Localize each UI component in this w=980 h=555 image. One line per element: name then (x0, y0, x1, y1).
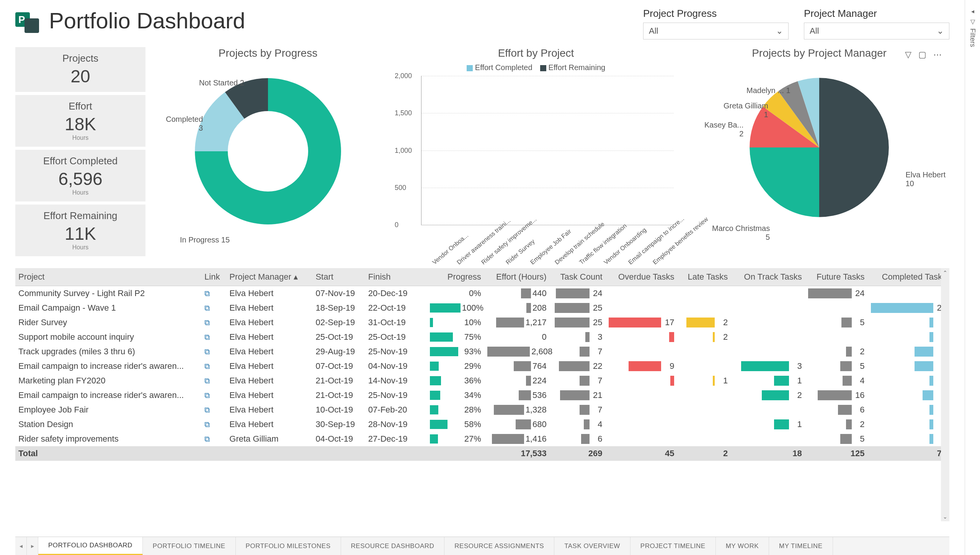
table-row[interactable]: Marketing plan FY2020 ⧉ Elva Hebert21-Oc… (15, 373, 949, 388)
table-row[interactable]: Email campaign to increase rider's aware… (15, 359, 949, 373)
project-table[interactable]: ProjectLinkProject Manager ▴StartFinishP… (15, 268, 949, 537)
column-header[interactable]: Link (201, 268, 226, 286)
scroll-down-icon[interactable]: ⌄ (943, 514, 947, 520)
tab-prev[interactable]: ◂ (15, 537, 27, 555)
kpi-card: Effort Completed6,596Hours (15, 150, 145, 201)
more-icon[interactable]: ⋯ (933, 50, 942, 60)
link-icon[interactable]: ⧉ (204, 377, 210, 385)
column-header[interactable]: Project Manager ▴ (226, 268, 312, 286)
link-icon[interactable]: ⧉ (204, 362, 210, 370)
report-tab[interactable]: MY WORK (716, 537, 769, 555)
column-header[interactable]: Project (15, 268, 201, 286)
report-tab[interactable]: PORTFOLIO TIMELINE (143, 537, 236, 555)
link-icon[interactable]: ⧉ (204, 435, 210, 443)
column-header[interactable]: Overdue Tasks (606, 268, 678, 286)
column-header[interactable]: Start (312, 268, 365, 286)
table-row[interactable]: Rider safety improvements ⧉ Greta Gillia… (15, 432, 949, 446)
link-icon[interactable]: ⧉ (204, 406, 210, 414)
chart-effort-by-project[interactable]: Effort by Project Effort CompletedEffort… (390, 47, 681, 262)
column-header[interactable]: Future Tasks (805, 268, 868, 286)
link-icon[interactable]: ⧉ (204, 318, 210, 327)
chart-projects-by-manager[interactable]: Projects by Project Manager Elva Hebert … (689, 47, 949, 262)
table-row[interactable]: Community Survey - Light Rail P2 ⧉ Elva … (15, 286, 949, 301)
kpi-card: Effort18KHours (15, 95, 145, 147)
slicer-project-manager[interactable]: Project Manager All⌄ (804, 8, 949, 39)
report-tab[interactable]: MY TIMELINE (769, 537, 833, 555)
filter-icon[interactable]: ▽ (905, 50, 911, 60)
table-row[interactable]: Rider Survey ⧉ Elva Hebert02-Sep-1931-Oc… (15, 315, 949, 330)
slicer-project-progress[interactable]: Project Progress All⌄ (643, 8, 789, 39)
column-header[interactable]: Task Count (550, 268, 606, 286)
report-tab[interactable]: RESOURCE DASHBOARD (341, 537, 445, 555)
link-icon[interactable]: ⧉ (204, 289, 210, 298)
project-logo: P (15, 8, 40, 33)
kpi-card: Projects20 (15, 47, 145, 92)
column-header[interactable]: Finish (365, 268, 418, 286)
table-row[interactable]: Email campaign to increase rider's aware… (15, 388, 949, 403)
link-icon[interactable]: ⧉ (204, 304, 210, 312)
column-header[interactable]: Late Tasks (677, 268, 731, 286)
column-header[interactable]: Progress (418, 268, 484, 286)
bookmark-icon[interactable]: ▢ (918, 50, 926, 60)
filter-icon: ▽ (970, 18, 975, 25)
column-header[interactable]: Completed Tasks (868, 268, 949, 286)
report-tab[interactable]: PROJECT TIMELINE (630, 537, 716, 555)
page-title: Portfolio Dashboard (49, 8, 245, 33)
link-icon[interactable]: ⧉ (204, 347, 210, 356)
column-header[interactable]: On Track Tasks (731, 268, 805, 286)
link-icon[interactable]: ⧉ (204, 333, 210, 341)
chevron-down-icon: ⌄ (776, 26, 783, 36)
column-header[interactable]: Effort (Hours) (484, 268, 550, 286)
table-row[interactable]: Email Campaign - Wave 1 ⧉ Elva Hebert18-… (15, 301, 949, 315)
table-row[interactable]: Station Design ⧉ Elva Hebert30-Sep-1928-… (15, 417, 949, 432)
chevron-down-icon: ⌄ (937, 26, 944, 36)
report-tab[interactable]: PORTFOLIO MILESTONES (236, 537, 341, 555)
chart-projects-by-progress[interactable]: Projects by Progress Completed 3 Not Sta… (153, 47, 383, 262)
filters-pane-toggle[interactable]: ◂ ▽ Filters (965, 0, 980, 555)
kpi-card: Effort Remaining11KHours (15, 205, 145, 256)
table-row[interactable]: Employee Job Fair ⧉ Elva Hebert10-Oct-19… (15, 403, 949, 417)
report-tab[interactable]: RESOURCE ASSIGNMENTS (444, 537, 554, 555)
tab-next[interactable]: ▸ (27, 537, 38, 555)
scroll-up-icon[interactable]: ⌃ (943, 270, 947, 276)
link-icon[interactable]: ⧉ (204, 420, 210, 429)
link-icon[interactable]: ⧉ (204, 391, 210, 399)
table-row[interactable]: Support mobile account inquiry ⧉ Elva He… (15, 330, 949, 344)
report-tab[interactable]: PORTFOLIO DASHBOARD (38, 537, 143, 555)
table-row[interactable]: Track upgrades (miles 3 thru 6) ⧉ Elva H… (15, 344, 949, 359)
report-tab[interactable]: TASK OVERVIEW (554, 537, 630, 555)
